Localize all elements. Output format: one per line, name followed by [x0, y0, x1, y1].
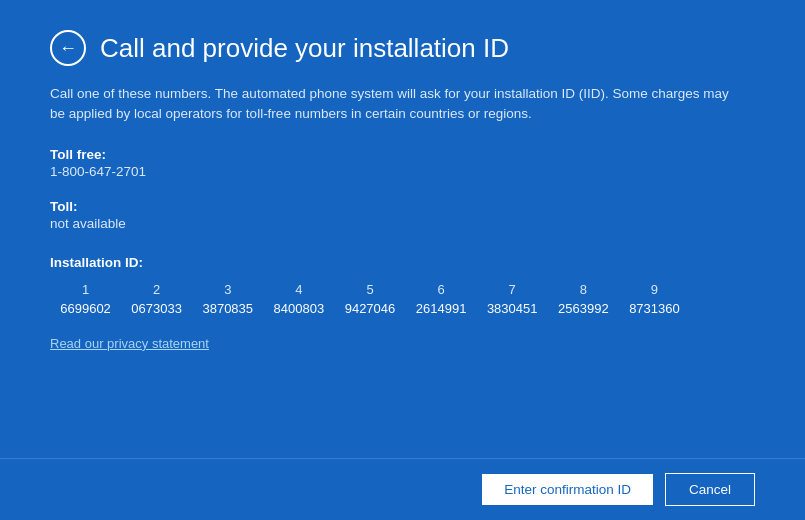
installation-id-section: Installation ID: 123456789 6699602067303… [50, 255, 755, 318]
toll-free-label: Toll free: [50, 147, 755, 162]
page-title: Call and provide your installation ID [100, 33, 509, 64]
toll-value: not available [50, 216, 755, 231]
main-container: ← Call and provide your installation ID … [0, 0, 805, 458]
toll-label: Toll: [50, 199, 755, 214]
id-column-number: 8 [548, 280, 619, 299]
id-column-number: 1 [50, 280, 121, 299]
id-column-value: 2614991 [406, 299, 477, 318]
installation-id-values-grid: 6699602067303338708358400803942704626149… [50, 299, 690, 318]
id-column-value: 3870835 [192, 299, 263, 318]
id-column-number: 2 [121, 280, 192, 299]
id-column-number: 4 [263, 280, 334, 299]
id-column-value: 6699602 [50, 299, 121, 318]
id-column-value: 3830451 [477, 299, 548, 318]
id-column-value: 9427046 [334, 299, 405, 318]
installation-id-grid: 123456789 [50, 280, 690, 299]
toll-free-value: 1-800-647-2701 [50, 164, 755, 179]
id-column-value: 8731360 [619, 299, 690, 318]
id-column-number: 7 [477, 280, 548, 299]
description-text: Call one of these numbers. The automated… [50, 84, 730, 125]
enter-confirmation-button[interactable]: Enter confirmation ID [482, 474, 653, 505]
cancel-button[interactable]: Cancel [665, 473, 755, 506]
privacy-link[interactable]: Read our privacy statement [50, 336, 755, 351]
footer: Enter confirmation ID Cancel [0, 458, 805, 520]
id-column-value: 8400803 [263, 299, 334, 318]
id-column-number: 6 [406, 280, 477, 299]
installation-id-label: Installation ID: [50, 255, 755, 270]
header: ← Call and provide your installation ID [50, 30, 755, 66]
back-button[interactable]: ← [50, 30, 86, 66]
id-column-number: 5 [334, 280, 405, 299]
toll-free-section: Toll free: 1-800-647-2701 [50, 147, 755, 189]
id-column-value: 0673033 [121, 299, 192, 318]
id-column-number: 3 [192, 280, 263, 299]
toll-section: Toll: not available [50, 199, 755, 241]
id-column-number: 9 [619, 280, 690, 299]
id-column-value: 2563992 [548, 299, 619, 318]
